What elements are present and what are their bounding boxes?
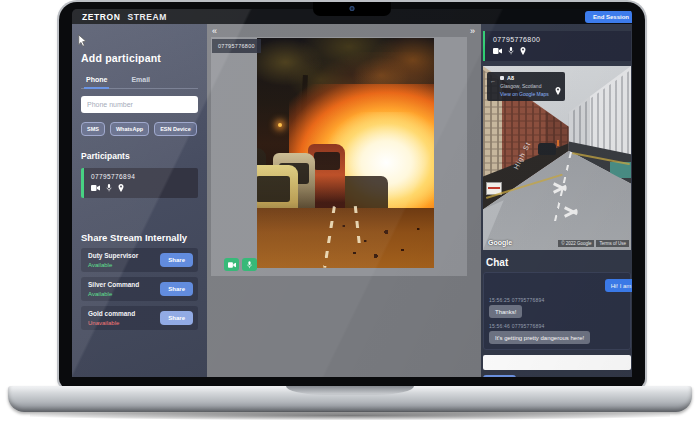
video-stage: 07795776800: [211, 37, 467, 276]
laptop-shadow: [30, 411, 670, 420]
stream-caller-id: 07795776800: [212, 39, 261, 53]
laptop-display: ZETRON STREAM End Session Add participan…: [72, 9, 632, 377]
chat-message-meta: 15:56:25 07795776894: [489, 297, 625, 303]
share-target-name: Duty Supervisor: [88, 252, 138, 259]
tab-email[interactable]: Email: [129, 76, 152, 88]
expand-right-icon[interactable]: »: [470, 27, 475, 36]
esn-device-button[interactable]: ESN Device: [154, 122, 197, 136]
brand-primary: ZETRON: [82, 12, 121, 22]
collapse-left-icon[interactable]: «: [212, 27, 217, 36]
chat-title: Chat: [486, 257, 631, 268]
mic-icon[interactable]: [106, 184, 112, 192]
location-pin-icon[interactable]: [520, 47, 526, 55]
location-pin-icon[interactable]: [118, 184, 124, 192]
share-row-silver-command: Silver Command Available Share: [81, 277, 198, 301]
chat-message-incoming: Thanks!: [489, 305, 522, 318]
mic-toggle-button[interactable]: [242, 258, 257, 271]
sms-button[interactable]: SMS: [81, 122, 105, 136]
live-video-feed: [257, 38, 434, 268]
tab-phone[interactable]: Phone: [84, 76, 109, 89]
chat-message-list: Hi! I am here 15:56:25 07795776894 Thank…: [483, 272, 631, 350]
street-car: [538, 143, 556, 155]
chat-message-outgoing: Hi! I am here: [605, 279, 632, 292]
share-row-duty-supervisor: Duty Supervisor Available Share: [81, 248, 198, 272]
camera-toggle-button[interactable]: [224, 258, 239, 271]
details-panel: 07795776800: [481, 24, 632, 377]
google-watermark: Google: [488, 239, 512, 246]
invite-buttons-row: SMS WhatsApp ESN Device: [81, 122, 198, 136]
contact-method-tabs: Phone Email: [81, 76, 198, 89]
brand-logo: ZETRON STREAM: [82, 12, 167, 22]
stream-viewport: « » 07795776800: [207, 24, 481, 377]
map-pin-icon[interactable]: [555, 81, 561, 99]
brand-secondary: STREAM: [128, 12, 168, 22]
map-location-overlay: ← A8 Glasgow, Scotland View on Google Ma…: [487, 72, 565, 101]
share-button[interactable]: Share: [160, 282, 193, 296]
send-button[interactable]: Send: [483, 375, 516, 377]
participant-number: 07795776894: [91, 173, 191, 180]
chat-message-meta: 15:56:46 07795776894: [489, 323, 625, 329]
back-arrow-icon[interactable]: ←: [490, 78, 496, 84]
add-participant-title: Add participant: [81, 52, 198, 64]
lane-arrow: [553, 182, 571, 195]
mic-icon[interactable]: [508, 47, 514, 55]
terms-of-use-link[interactable]: Terms of Use: [596, 240, 629, 247]
share-target-status: Unavailable: [88, 320, 135, 326]
stream-av-controls: [224, 258, 257, 271]
map-location-text: Glasgow, Scotland: [500, 83, 549, 89]
view-on-google-maps-link[interactable]: View on Google Maps: [500, 91, 549, 97]
lane-arrow: [564, 206, 582, 219]
participant-card: 07795776894: [81, 168, 198, 198]
chat-sender: 07795776894: [512, 297, 545, 303]
road-badge-icon: [500, 76, 504, 80]
caller-number: 07795776800: [493, 36, 623, 43]
share-target-status: Available: [88, 262, 138, 268]
chat-timestamp: 15:56:46: [489, 323, 510, 329]
share-target-name: Silver Command: [88, 281, 139, 288]
share-button[interactable]: Share: [160, 311, 193, 325]
street-view-map[interactable]: High St ← A8 Glasgow, Scotland View on G…: [483, 66, 631, 250]
share-target-status: Available: [88, 291, 139, 297]
map-copyright: © 2022 Google: [558, 240, 594, 247]
caller-card: 07795776800: [483, 31, 631, 61]
laptop-bezel: ZETRON STREAM End Session Add participan…: [59, 2, 645, 388]
chat-timestamp: 15:56:25: [489, 297, 510, 303]
share-target-name: Gold command: [88, 310, 135, 317]
participants-title: Participants: [81, 151, 198, 161]
whatsapp-button[interactable]: WhatsApp: [110, 122, 149, 136]
video-icon[interactable]: [493, 48, 502, 54]
main-layout: Add participant Phone Email SMS WhatsApp…: [72, 24, 632, 377]
chat-message-incoming: It's getting pretty dangerous here!: [489, 331, 590, 344]
end-session-button[interactable]: End Session: [585, 11, 632, 23]
sidebar: Add participant Phone Email SMS WhatsApp…: [72, 24, 207, 377]
share-button[interactable]: Share: [160, 253, 193, 267]
phone-number-input[interactable]: [81, 96, 198, 113]
share-row-gold-command: Gold command Unavailable Share: [81, 306, 198, 330]
share-stream-title: Share Stream Internally: [81, 232, 198, 243]
chat-message-input[interactable]: [483, 355, 631, 370]
webcam-icon: [350, 6, 355, 11]
laptop-notch: [313, 2, 391, 16]
video-icon[interactable]: [91, 185, 100, 191]
road-badge: A8: [507, 75, 514, 81]
laptop-base: [8, 386, 692, 412]
laptop-lid-scoop: [286, 386, 414, 395]
chat-sender: 07795776894: [512, 323, 545, 329]
mouse-cursor-icon: [78, 33, 87, 51]
